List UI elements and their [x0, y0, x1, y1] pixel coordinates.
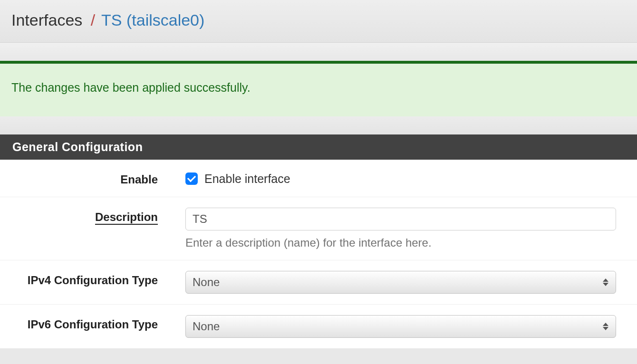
ipv6-select-wrap: None — [185, 315, 616, 338]
panel-body: Enable Enable interface Description Ente… — [0, 160, 637, 348]
control-description: Enter a description (name) for the inter… — [185, 208, 637, 249]
breadcrumb-root[interactable]: Interfaces — [11, 11, 82, 29]
label-ipv4: IPv4 Configuration Type — [0, 271, 185, 287]
ipv4-select[interactable]: None — [185, 271, 616, 294]
breadcrumb-separator: / — [91, 11, 95, 29]
breadcrumb: Interfaces / TS (tailscale0) — [11, 10, 626, 30]
label-ipv6: IPv6 Configuration Type — [0, 315, 185, 331]
control-ipv4: None — [185, 271, 637, 294]
panel-heading: General Configuration — [0, 134, 637, 160]
alert-message: The changes have been applied successful… — [11, 81, 251, 94]
enable-checkbox-label[interactable]: Enable interface — [204, 172, 290, 186]
ipv6-select[interactable]: None — [185, 315, 616, 338]
spacer — [0, 116, 637, 134]
label-description: Description — [0, 208, 185, 224]
checkbox-wrap: Enable interface — [185, 170, 616, 186]
description-input[interactable] — [185, 208, 616, 230]
control-ipv6: None — [185, 315, 637, 338]
enable-checkbox[interactable] — [185, 172, 198, 185]
ipv4-select-wrap: None — [185, 271, 616, 294]
form-row-description: Description Enter a description (name) f… — [0, 197, 637, 260]
form-row-ipv4: IPv4 Configuration Type None — [0, 260, 637, 305]
control-enable: Enable interface — [185, 170, 637, 186]
page-header: Interfaces / TS (tailscale0) — [0, 0, 637, 43]
success-alert: The changes have been applied successful… — [0, 61, 637, 116]
panel-title: General Configuration — [12, 140, 143, 153]
breadcrumb-current[interactable]: TS (tailscale0) — [101, 11, 204, 29]
spacer — [0, 43, 637, 61]
description-help: Enter a description (name) for the inter… — [185, 236, 616, 249]
form-row-ipv6: IPv6 Configuration Type None — [0, 305, 637, 348]
label-enable: Enable — [0, 170, 185, 186]
form-row-enable: Enable Enable interface — [0, 160, 637, 197]
